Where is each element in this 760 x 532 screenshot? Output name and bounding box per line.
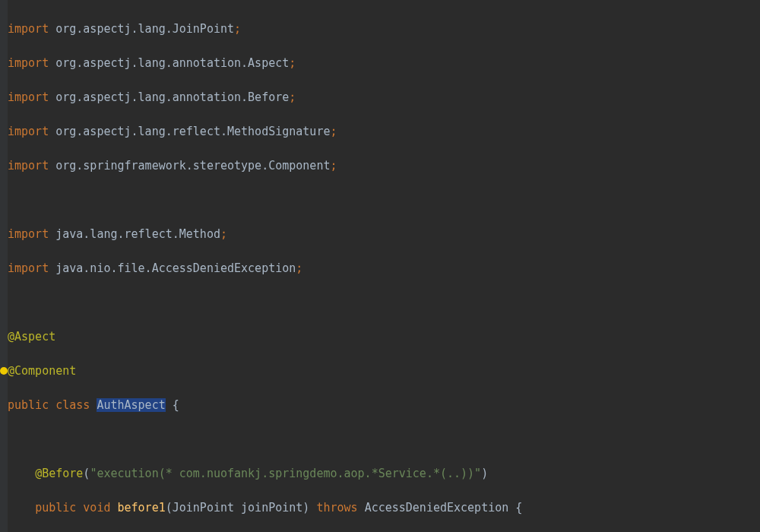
param-type: JoinPoint [173,501,234,515]
import-path: org.springframework.stereotype.Component [55,159,330,173]
semicolon: ; [234,22,241,36]
import-path: org.aspectj.lang.JoinPoint [55,22,234,36]
semicolon: ; [220,227,227,241]
code-line[interactable]: import java.nio.file.AccessDeniedExcepti… [8,260,760,277]
code-line[interactable] [8,192,760,209]
import-path: org.aspectj.lang.annotation.Before [55,90,289,104]
code-line[interactable] [8,431,760,448]
param-name: joinPoint [241,501,302,515]
annotation-before: @Before [35,467,83,480]
keyword-throws: throws [316,501,357,515]
semicolon: ; [296,261,302,275]
class-name: AuthAspect [97,398,165,412]
code-line[interactable]: import org.aspectj.lang.reflect.MethodSi… [8,123,760,141]
keyword-public: public [35,501,76,515]
import-path: java.lang.reflect.Method [55,227,220,241]
keyword-import: import [8,159,49,173]
paren: ) [302,501,309,515]
semicolon: ; [330,125,337,138]
keyword-class: class [55,398,90,412]
keyword-import: import [8,261,49,275]
import-path: org.aspectj.lang.annotation.Aspect [55,56,289,70]
code-line[interactable]: public class AuthAspect { [8,397,760,414]
keyword-import: import [8,22,49,36]
semicolon: ; [289,90,296,104]
exception-type: AccessDeniedException [365,501,509,515]
keyword-import: import [8,125,49,138]
annotation-aspect: @Aspect [8,330,55,344]
code-line[interactable]: @Aspect [8,328,760,346]
editor-gutter [0,0,8,532]
code-line[interactable]: @Before("execution(* com.nuofankj.spring… [8,465,760,483]
import-path: org.aspectj.lang.reflect.MethodSignature [55,125,330,138]
paren: ) [481,467,488,480]
import-path: java.nio.file.AccessDeniedException [55,261,296,275]
code-line[interactable]: public void before1(JoinPoint joinPoint)… [8,499,760,517]
gutter-marker-icon[interactable] [0,367,8,375]
brace-open: { [166,398,179,412]
keyword-import: import [8,227,49,241]
code-line[interactable] [8,294,760,312]
code-line[interactable]: import org.aspectj.lang.annotation.Befor… [8,89,760,106]
semicolon: ; [289,56,296,70]
code-line[interactable]: import org.aspectj.lang.annotation.Aspec… [8,55,760,72]
code-line[interactable]: import java.lang.reflect.Method; [8,226,760,243]
keyword-import: import [8,90,49,104]
semicolon: ; [330,159,337,173]
code-editor[interactable]: import org.aspectj.lang.JoinPoint; impor… [8,0,760,532]
string-literal: "execution(* com.nuofankj.springdemo.aop… [90,467,481,480]
keyword-void: void [83,501,110,515]
keyword-import: import [8,56,49,70]
code-line[interactable]: import org.springframework.stereotype.Co… [8,157,760,175]
paren: ( [166,501,173,515]
keyword-public: public [8,398,49,412]
code-line[interactable]: import org.aspectj.lang.JoinPoint; [8,21,760,38]
method-name: before1 [118,501,166,515]
brace-open: { [508,501,522,515]
code-line[interactable]: @Component [8,363,760,380]
annotation-component: @Component [8,364,76,378]
